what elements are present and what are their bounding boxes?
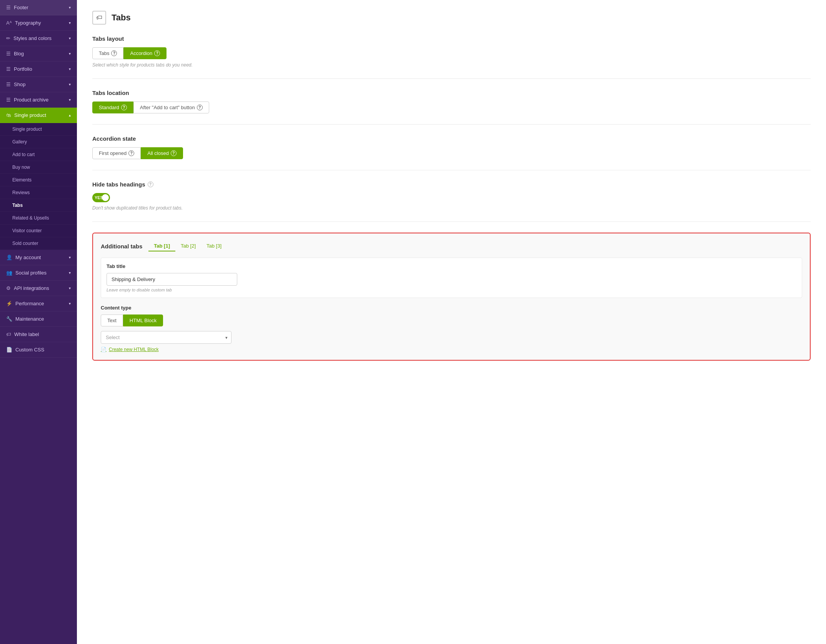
help-icon[interactable]: ? (148, 181, 153, 187)
sidebar-item-label: API integrations (14, 285, 49, 291)
sidebar-item-label: Custom CSS (15, 347, 44, 353)
product-archive-icon: ☰ (6, 97, 11, 103)
chevron-down-icon: ▾ (69, 21, 71, 25)
tabs-location-section: Tabs location Standard ? After "Add to c… (92, 90, 811, 125)
sidebar-item-footer[interactable]: ☰ Footer ▾ (0, 0, 77, 15)
accordion-option-button[interactable]: Accordion ? (123, 47, 167, 59)
sidebar-sub-item-single-product[interactable]: Single product (0, 123, 77, 136)
sidebar-item-label: Blog (14, 51, 24, 57)
additional-tabs-nav: Additional tabs Tab [1] Tab [2] Tab [3] (101, 241, 802, 251)
chevron-down-icon: ▾ (69, 52, 71, 56)
text-content-type-button[interactable]: Text (101, 315, 123, 326)
hide-tabs-headings-title: Hide tabs headings ? (92, 181, 811, 188)
sidebar-item-typography[interactable]: Aᴬ Typography ▾ (0, 15, 77, 31)
sidebar-sub-item-related-upsells[interactable]: Related & Upsells (0, 212, 77, 225)
performance-icon: ⚡ (6, 301, 12, 306)
sidebar-item-styles-colors[interactable]: ✏ Styles and colors ▾ (0, 31, 77, 46)
sidebar-sub-item-sold-counter[interactable]: Sold counter (0, 237, 77, 250)
help-icon[interactable]: ? (121, 105, 127, 110)
chevron-down-icon: ▾ (69, 36, 71, 40)
additional-tabs-card: Additional tabs Tab [1] Tab [2] Tab [3] … (92, 233, 811, 361)
typography-icon: Aᴬ (6, 20, 12, 26)
content-type-label: Content type (101, 305, 802, 311)
sidebar-item-single-product[interactable]: 🛍 Single product ▴ (0, 108, 77, 123)
chevron-down-icon: ▾ (69, 271, 71, 275)
sidebar-item-api-integrations[interactable]: ⚙ API integrations ▾ (0, 281, 77, 296)
social-profiles-icon: 👥 (6, 270, 12, 276)
portfolio-icon: ☰ (6, 66, 11, 72)
tab-title-field: Tab title Leave empty to disable custom … (107, 263, 796, 292)
shop-icon: ☰ (6, 82, 11, 87)
tabs-location-title: Tabs location (92, 90, 811, 96)
custom-css-icon: 📄 (6, 347, 12, 353)
accordion-state-section: Accordion state First opened ? All close… (92, 135, 811, 170)
sidebar-sub-item-add-to-cart[interactable]: Add to cart (0, 148, 77, 161)
sidebar-item-shop[interactable]: ☰ Shop ▾ (0, 77, 77, 92)
sidebar-item-label: Shop (14, 82, 25, 87)
tab-content-area: Tab title Leave empty to disable custom … (101, 258, 802, 298)
tabs-location-options: Standard ? After "Add to cart" button ? (92, 102, 811, 113)
all-closed-button[interactable]: All closed ? (141, 147, 183, 159)
sidebar-item-label: Single product (14, 112, 46, 118)
tabs-option-button[interactable]: Tabs ? (92, 47, 123, 59)
tab-nav-tab3[interactable]: Tab [3] (201, 241, 227, 251)
help-icon[interactable]: ? (197, 105, 203, 110)
sidebar-item-maintenance[interactable]: 🔧 Maintenance (0, 311, 77, 327)
html-block-select[interactable]: Select (101, 331, 231, 344)
sidebar-item-label: Maintenance (15, 316, 44, 322)
sidebar-item-label: Portfolio (14, 66, 32, 72)
chevron-down-icon: ▾ (69, 286, 71, 290)
hide-tabs-headings-toggle[interactable]: YES (92, 193, 110, 202)
create-icon: 📄 (101, 347, 107, 352)
sidebar-sub-item-buy-now[interactable]: Buy now (0, 161, 77, 174)
chevron-down-icon: ▾ (69, 82, 71, 87)
accordion-state-options: First opened ? All closed ? (92, 147, 811, 159)
sidebar-item-custom-css[interactable]: 📄 Custom CSS (0, 342, 77, 358)
sidebar-item-label: My account (15, 255, 41, 260)
sidebar-sub-item-visitor-counter[interactable]: Visitor counter (0, 225, 77, 237)
sidebar-item-social-profiles[interactable]: 👥 Social profiles ▾ (0, 265, 77, 281)
help-icon[interactable]: ? (111, 50, 117, 56)
tabs-layout-title: Tabs layout (92, 35, 811, 42)
help-icon[interactable]: ? (154, 50, 160, 56)
sidebar-item-white-label[interactable]: 🏷 White label (0, 327, 77, 342)
tab-title-label: Tab title (107, 263, 796, 269)
sidebar-item-product-archive[interactable]: ☰ Product archive ▾ (0, 92, 77, 108)
after-add-to-cart-option-button[interactable]: After "Add to cart" button ? (133, 102, 209, 113)
page-header: 🏷 Tabs (92, 11, 811, 25)
chevron-down-icon: ▾ (69, 5, 71, 10)
sidebar-item-label: Performance (15, 301, 44, 306)
main-content: 🏷 Tabs Tabs layout Tabs ? Accordion ? Se… (77, 0, 826, 644)
help-icon[interactable]: ? (171, 150, 177, 156)
sidebar-item-label: Footer (14, 5, 28, 10)
first-opened-button[interactable]: First opened ? (92, 147, 141, 159)
sidebar-sub-item-elements[interactable]: Elements (0, 174, 77, 186)
html-block-select-wrapper: Select ▾ (101, 331, 231, 344)
tab-title-input[interactable] (107, 273, 237, 286)
tabs-layout-section: Tabs layout Tabs ? Accordion ? Select wh… (92, 35, 811, 79)
help-icon[interactable]: ? (128, 150, 134, 156)
api-integrations-icon: ⚙ (6, 285, 11, 291)
chevron-down-icon: ▾ (69, 67, 71, 71)
blog-icon: ☰ (6, 51, 11, 57)
sidebar-sub-item-tabs[interactable]: Tabs (0, 199, 77, 212)
content-type-section: Content type Text HTML Block Select ▾ 📄 (101, 305, 802, 352)
single-product-icon: 🛍 (6, 112, 11, 118)
hide-tabs-headings-toggle-wrapper: YES (92, 193, 811, 202)
sidebar-item-blog[interactable]: ☰ Blog ▾ (0, 46, 77, 62)
sidebar-item-portfolio[interactable]: ☰ Portfolio ▾ (0, 62, 77, 77)
additional-tabs-title: Additional tabs (101, 243, 142, 250)
sidebar-item-performance[interactable]: ⚡ Performance ▾ (0, 296, 77, 311)
tabs-layout-hint: Select which style for products tabs do … (92, 62, 811, 68)
sidebar-item-my-account[interactable]: 👤 My account ▾ (0, 250, 77, 265)
tab-nav-tab1[interactable]: Tab [1] (148, 241, 175, 251)
tab-nav-tab2[interactable]: Tab [2] (175, 241, 201, 251)
sidebar-sub-item-reviews[interactable]: Reviews (0, 186, 77, 199)
create-html-block-link[interactable]: 📄 Create new HTML Block (101, 347, 802, 352)
sidebar-sub-item-gallery[interactable]: Gallery (0, 136, 77, 148)
sidebar-item-label: Typography (15, 20, 41, 26)
page-header-icon: 🏷 (92, 11, 106, 25)
toggle-label: YES (95, 195, 103, 200)
standard-option-button[interactable]: Standard ? (92, 102, 133, 113)
html-block-content-type-button[interactable]: HTML Block (123, 315, 163, 326)
